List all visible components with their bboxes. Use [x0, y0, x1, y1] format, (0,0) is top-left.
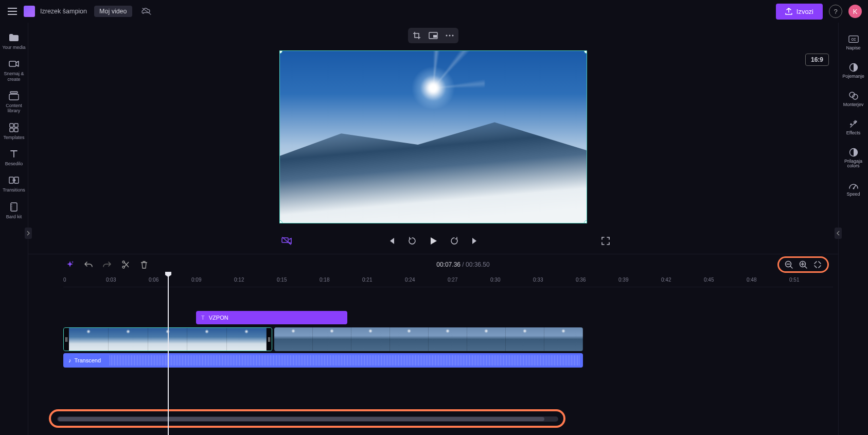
sidebar-item-label: Speed	[846, 192, 860, 197]
upload-icon	[785, 8, 792, 15]
zoom-in-button[interactable]	[799, 260, 808, 269]
sidebar-item-adjust-colors[interactable]: Prilagaja colors	[839, 142, 869, 175]
crop-button[interactable]	[412, 31, 421, 40]
sidebar-item-label: Effects	[846, 131, 860, 136]
timeline-scrollbar-thumb[interactable]	[58, 417, 544, 421]
play-button[interactable]	[428, 235, 439, 247]
timeline-scrollbar[interactable]	[57, 416, 558, 422]
breadcrumb[interactable]: Izrezek šampion	[40, 8, 87, 15]
cc-icon: CC	[848, 34, 859, 44]
ruler-tick: 0:51	[789, 277, 799, 283]
ruler-tick: 0:09	[191, 277, 201, 283]
clip-trim-left[interactable]: ||	[64, 328, 69, 351]
menu-button[interactable]	[6, 5, 19, 18]
pip-icon	[429, 32, 438, 39]
forward-button[interactable]	[449, 236, 459, 246]
video-track[interactable]: || ||	[63, 327, 833, 351]
ruler-tick: 0:18	[320, 277, 329, 283]
scissors-icon	[122, 260, 129, 269]
more-button[interactable]	[445, 31, 454, 40]
clip-trim-right[interactable]: ||	[267, 328, 272, 351]
sidebar-item-label: Prilagaja colors	[839, 159, 869, 169]
rewind-button[interactable]	[407, 236, 417, 246]
delete-button[interactable]	[139, 260, 149, 269]
svg-text:CC: CC	[851, 38, 856, 41]
collapse-right-panel[interactable]	[835, 228, 842, 239]
undo-button[interactable]	[84, 260, 93, 269]
playhead[interactable]	[168, 275, 169, 435]
svg-rect-11	[433, 35, 437, 38]
resize-handle-br[interactable]	[584, 220, 587, 223]
sidebar-item-speed[interactable]: Speed	[839, 175, 869, 202]
sidebar-item-label: Monterjev	[843, 102, 864, 108]
audio-clip[interactable]: ♪ Transcend	[63, 353, 583, 368]
ai-tool-button[interactable]	[65, 260, 75, 269]
sidebar-item-label: Content library	[0, 103, 28, 114]
fullscreen-icon	[601, 237, 610, 245]
sidebar-item-label: Your media	[2, 45, 25, 50]
redo-button[interactable]	[102, 260, 112, 269]
project-title[interactable]: Moj video	[94, 6, 132, 17]
text-track[interactable]: T VZPON	[63, 311, 833, 325]
sidebar-item-filters[interactable]: Monterjev	[839, 85, 869, 113]
resize-handle-tr[interactable]	[584, 50, 587, 54]
sidebar-item-media[interactable]: Your media	[0, 28, 28, 54]
camera-icon	[8, 58, 20, 69]
sidebar-item-content-library[interactable]: Content library	[0, 86, 28, 118]
folder-icon	[8, 32, 20, 43]
library-icon	[8, 90, 20, 101]
text-clip[interactable]: T VZPON	[196, 311, 347, 324]
timeline-tools	[65, 260, 149, 269]
notebook-icon	[8, 201, 20, 213]
text-icon	[8, 148, 20, 160]
preview-toolbar	[28, 23, 838, 48]
wand-icon	[848, 119, 859, 129]
sidebar-item-record[interactable]: Snemaj & create	[0, 54, 28, 86]
audio-track[interactable]: ♪ Transcend	[63, 353, 833, 368]
preview-frame[interactable]	[279, 50, 587, 223]
contrast-icon	[848, 147, 859, 158]
right-sidebar: CC Napise Pojemanje Monterjev Effects Pr…	[838, 23, 868, 435]
sidebar-item-brand-kit[interactable]: Bard kit	[0, 197, 28, 223]
sidebar-item-label: Besedilo	[5, 161, 23, 166]
total-time: 00:36.50	[466, 261, 490, 268]
split-button[interactable]	[121, 260, 130, 269]
chevron-left-icon	[837, 231, 840, 236]
cloud-off-icon[interactable]	[141, 7, 152, 15]
export-button[interactable]: Izvozi	[776, 4, 823, 20]
sidebar-item-label: Pojemanje	[842, 74, 864, 79]
fullscreen-button[interactable]	[601, 237, 610, 245]
ruler-tick: 0	[63, 277, 66, 283]
timeline-ruler[interactable]: 00:030:060:090:120:150:180:210:240:270:3…	[63, 275, 833, 287]
pip-button[interactable]	[429, 31, 438, 40]
sidebar-item-captions[interactable]: CC Napise	[839, 29, 869, 56]
svg-rect-0	[9, 61, 16, 66]
sidebar-item-fade[interactable]: Pojemanje	[839, 57, 869, 84]
svg-point-12	[446, 35, 448, 37]
avatar[interactable]: K	[848, 5, 862, 18]
help-button[interactable]: ?	[829, 5, 842, 18]
sidebar-item-templates[interactable]: Templates	[0, 118, 28, 144]
zoom-fit-button[interactable]	[813, 260, 822, 269]
grid-icon	[8, 122, 20, 133]
ruler-tick: 0:42	[661, 277, 671, 283]
svg-point-26	[853, 188, 854, 189]
svg-point-14	[452, 35, 454, 37]
timeline-toolbar: 00:07.36 / 00:36.50	[28, 254, 838, 275]
zoom-out-button[interactable]	[784, 260, 793, 269]
preview-toolbar-group	[408, 28, 458, 43]
ruler-tick: 0:30	[490, 277, 500, 283]
playback-buttons	[386, 235, 480, 247]
skip-end-button[interactable]	[470, 236, 480, 246]
crop-icon	[413, 31, 421, 40]
detach-audio-button[interactable]	[281, 236, 292, 246]
skip-start-button[interactable]	[386, 236, 397, 246]
svg-rect-3	[10, 124, 13, 127]
sidebar-item-text[interactable]: Besedilo	[0, 144, 28, 170]
resize-handle-tl[interactable]	[279, 50, 282, 54]
video-clip-2[interactable]	[274, 327, 583, 351]
topbar-right: Izvozi ? K	[776, 4, 862, 20]
sidebar-item-effects[interactable]: Effects	[839, 114, 869, 141]
skip-end-icon	[471, 237, 479, 245]
sidebar-item-transitions[interactable]: Transitions	[0, 170, 28, 197]
